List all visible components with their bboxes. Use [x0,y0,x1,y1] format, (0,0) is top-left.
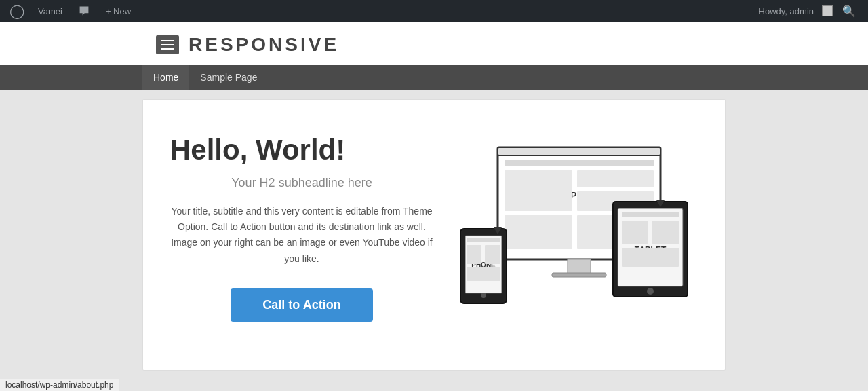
page-wrapper: RESPONSIVE Home Sample Page Hello, World… [0,0,868,391]
site-header: RESPONSIVE [0,22,868,65]
nav-inner: Home Sample Page [142,65,726,90]
site-name-link[interactable]: Vamei [31,0,69,22]
comments-icon[interactable] [72,0,96,22]
howdy-text: Howdy, admin [753,6,819,16]
menu-toggle-button[interactable] [156,35,179,54]
admin-bar: ◯ Vamei + New Howdy, admin 🔍 [0,0,868,22]
svg-rect-25 [485,245,500,264]
wp-logo-icon[interactable]: ◯ [5,3,28,19]
svg-rect-17 [652,221,679,244]
nav-bar: Home Sample Page [0,65,868,90]
svg-rect-9 [568,259,591,274]
svg-rect-3 [505,160,654,166]
svg-rect-5 [577,170,654,187]
hero-subheading: Your H2 subheadline here [170,176,433,190]
svg-rect-10 [552,273,606,277]
svg-rect-4 [505,170,572,211]
hero-body-text: Your title, subtitle and this very conte… [170,204,433,266]
admin-avatar[interactable] [822,5,833,16]
status-url: localhost/wp-admin/about.php [5,380,113,390]
cta-wrapper: Call to Action [170,286,433,322]
device-illustration: DESKTOP TABLET [447,127,698,310]
menu-bar-1 [161,40,174,41]
svg-rect-23 [467,238,500,242]
hero-heading: Hello, World! [170,134,433,166]
menu-bar-3 [161,48,174,50]
cta-button[interactable]: Call to Action [231,288,373,322]
svg-rect-7 [505,215,572,249]
svg-point-14 [647,288,654,295]
svg-rect-26 [467,267,500,281]
svg-rect-24 [467,245,481,264]
svg-rect-16 [622,221,648,244]
hero-image-section: DESKTOP TABLET [447,120,698,310]
hero-text-section: Hello, World! Your H2 subheadline here Y… [170,120,433,322]
search-icon[interactable]: 🔍 [835,5,863,18]
status-bar: localhost/wp-admin/about.php [0,379,119,391]
nav-item-sample-page[interactable]: Sample Page [189,65,268,90]
new-content-link[interactable]: + New [99,0,138,22]
svg-rect-18 [622,248,679,267]
logo-area: RESPONSIVE [142,34,726,56]
site-title: RESPONSIVE [189,34,339,56]
main-content: Hello, World! Your H2 subheadline here Y… [142,99,726,371]
menu-bar-2 [161,44,174,45]
svg-point-22 [481,293,486,298]
svg-rect-1 [498,147,660,155]
nav-item-home[interactable]: Home [142,65,189,90]
svg-rect-15 [622,212,679,217]
